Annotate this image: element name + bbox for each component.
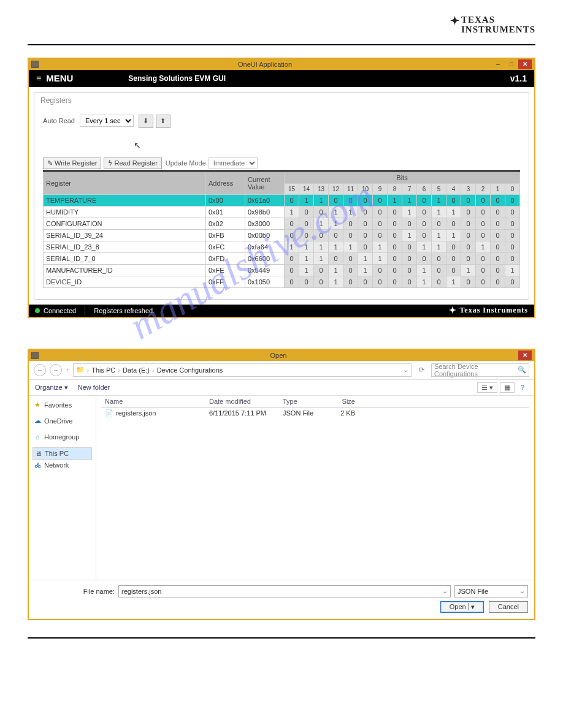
register-row[interactable]: CONFIGURATION0x020x30000011000000000000 (44, 218, 520, 229)
bit-header: 5 (432, 183, 446, 194)
bit-header: 3 (461, 183, 476, 194)
cancel-button[interactable]: Cancel (489, 601, 528, 613)
register-row[interactable]: SERIAL_ID_23_80xFC0xfa641111101001100100 (44, 241, 520, 252)
app-icon (31, 61, 39, 68)
view-button[interactable]: ☰ ▾ (477, 382, 497, 393)
window-title: OneUI Application (39, 61, 491, 68)
upload-button[interactable]: ⬆ (156, 115, 170, 128)
register-row[interactable]: TEMPERATURE0x000x61a00110000110100000 (44, 194, 520, 206)
ti-footer-logo: ✦ Texas Instruments (449, 305, 528, 316)
col-date[interactable]: Date modified (205, 398, 279, 405)
search-icon: 🔍 (518, 366, 526, 374)
write-register-button[interactable]: ✎ Write Register (43, 157, 101, 169)
col-bits: Bits (285, 172, 520, 183)
col-address[interactable]: Address (206, 172, 245, 194)
bit-header: 15 (285, 183, 299, 194)
logo-line1: TEXAS (461, 15, 495, 25)
open-dialog: Open ✕ ← → ↑ 📁 ›This PC ›Data (E:) ›Devi… (28, 349, 535, 620)
download-button[interactable]: ⬇ (139, 115, 153, 128)
auto-read-select[interactable]: Every 1 sec (80, 115, 134, 127)
col-value[interactable]: Current Value (245, 172, 285, 194)
gui-window: OneUI Application – □ ✕ ≡ MENU Sensing S… (28, 58, 535, 318)
help-button[interactable]: ? (517, 383, 528, 392)
ti-icon: ✦ (449, 305, 457, 316)
up-button[interactable]: ↑ (66, 366, 69, 374)
sidenav-item[interactable]: ⌂Homegroup (33, 431, 92, 442)
register-row[interactable]: SERIAL_ID_7_00xFD0x66000110011000000000 (44, 252, 520, 264)
dialog-title: Open (39, 352, 518, 359)
detail-view-button[interactable]: ▦ (500, 382, 515, 393)
app-icon (31, 352, 39, 359)
folder-icon: 📁 (76, 366, 85, 374)
version-label: v1.1 (510, 74, 527, 83)
bit-header: 2 (476, 183, 491, 194)
minimize-button[interactable]: – (491, 59, 505, 69)
pencil-icon: ✎ (47, 159, 53, 167)
sidenav-item[interactable]: ★Favorites (33, 400, 92, 411)
col-name[interactable]: Name (101, 398, 205, 405)
back-button[interactable]: ← (34, 364, 46, 376)
menu-label[interactable]: MENU (46, 73, 73, 83)
ti-icon: ✦ (450, 15, 460, 26)
bit-header: 7 (402, 183, 417, 194)
bit-header: 0 (505, 183, 520, 194)
bit-header: 1 (491, 183, 505, 194)
ti-logo: ✦ TEXAS INSTRUMENTS (28, 15, 535, 35)
file-row[interactable]: 📄registers.json6/11/2015 7:11 PMJSON Fil… (101, 408, 529, 419)
read-register-button[interactable]: ϟ Read Register (104, 157, 161, 169)
organize-button[interactable]: Organize ▾ (35, 384, 68, 392)
titlebar: OneUI Application – □ ✕ (29, 59, 534, 70)
panel-title: Registers (34, 93, 529, 108)
nav-icon: ★ (34, 401, 41, 409)
refresh-button[interactable]: ⟳ (415, 364, 427, 376)
bit-header: 9 (373, 183, 388, 194)
close-button[interactable]: ✕ (518, 59, 532, 69)
nav-icon: ☁ (34, 417, 41, 425)
file-icon: 📄 (105, 409, 113, 417)
register-row[interactable]: DEVICE_ID0xFF0x10500001000001010000 (44, 276, 520, 287)
nav-toolbar: ← → ↑ 📁 ›This PC ›Data (E:) ›Device Conf… (29, 361, 534, 380)
nav-icon: ⌂ (34, 433, 41, 441)
forward-button[interactable]: → (50, 364, 62, 376)
file-pane: Name Date modified Type Size 📄registers.… (96, 396, 534, 580)
register-row[interactable]: SERIAL_ID_39_240xFB0x00b0000000001011000… (44, 229, 520, 241)
sidenav-item[interactable]: 🖧Network (33, 460, 92, 471)
bit-header: 14 (299, 183, 314, 194)
bit-header: 8 (388, 183, 402, 194)
hamburger-icon[interactable]: ≡ (36, 74, 41, 83)
col-size[interactable]: Size (328, 398, 359, 405)
update-mode-select[interactable]: Immediate (209, 157, 258, 169)
new-folder-button[interactable]: New folder (78, 384, 110, 391)
bit-header: 11 (343, 183, 358, 194)
open-button[interactable]: Open ▾ (440, 601, 484, 613)
col-type[interactable]: Type (279, 398, 328, 405)
auto-read-label: Auto Read (43, 115, 75, 124)
nav-icon: 🖥 (34, 450, 42, 457)
bit-header: 6 (417, 183, 432, 194)
sidenav: ★Favorites☁OneDrive⌂Homegroup🖥This PC🖧Ne… (29, 396, 96, 580)
sidenav-item[interactable]: ☁OneDrive (33, 415, 92, 427)
status-message: Registers refreshed. (94, 307, 155, 314)
col-register[interactable]: Register (44, 172, 206, 194)
statusbar: Connected Registers refreshed. ✦ Texas I… (29, 305, 534, 317)
registers-table: Register Address Current Value Bits 1514… (43, 172, 520, 288)
register-row[interactable]: MANUFACTURER_ID0xFE0x5449010101000100100… (44, 264, 520, 276)
bit-header: 4 (446, 183, 461, 194)
dialog-titlebar: Open ✕ (29, 350, 534, 361)
filename-input[interactable]: registers.json⌄ (118, 585, 451, 597)
file-type-filter[interactable]: JSON File⌄ (454, 585, 528, 597)
close-button[interactable]: ✕ (518, 351, 532, 360)
update-mode-label: Update Mode (166, 159, 206, 167)
sidenav-item[interactable]: 🖥This PC (33, 447, 92, 460)
maximize-button[interactable]: □ (505, 59, 518, 69)
cursor-icon: ↖ (134, 140, 141, 150)
divider (28, 637, 535, 639)
nav-icon: 🖧 (34, 461, 41, 469)
breadcrumb[interactable]: 📁 ›This PC ›Data (E:) ›Device Configurat… (73, 363, 412, 377)
register-row[interactable]: HUMIDITY0x010x98b01001100010110000 (44, 206, 520, 218)
search-input[interactable]: Search Device Configurations 🔍 (431, 363, 529, 377)
menubar: ≡ MENU Sensing Solutions EVM GUI v1.1 (29, 70, 534, 87)
divider (28, 44, 535, 45)
status-dot-icon (35, 308, 40, 313)
bolt-icon: ϟ (108, 159, 112, 167)
